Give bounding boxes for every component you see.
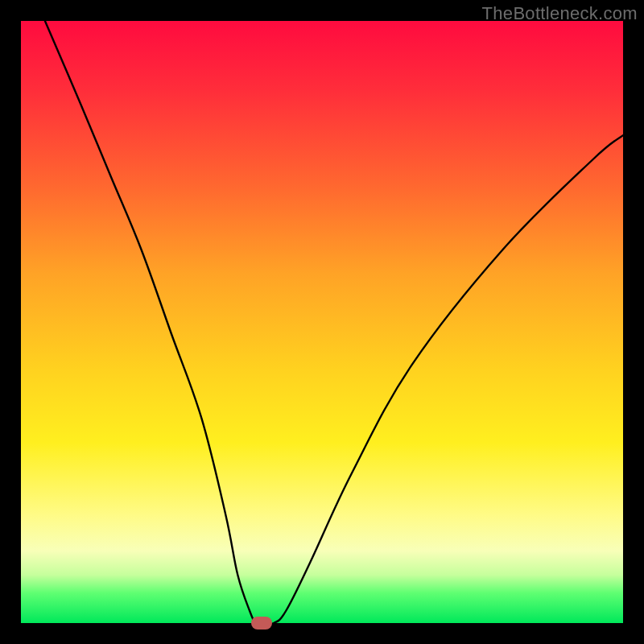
chart-frame: TheBottleneck.com: [0, 0, 644, 644]
attribution-watermark: TheBottleneck.com: [482, 3, 638, 24]
optimal-point-marker: [251, 617, 272, 630]
plot-area: [21, 21, 623, 623]
bottleneck-curve: [21, 21, 623, 623]
